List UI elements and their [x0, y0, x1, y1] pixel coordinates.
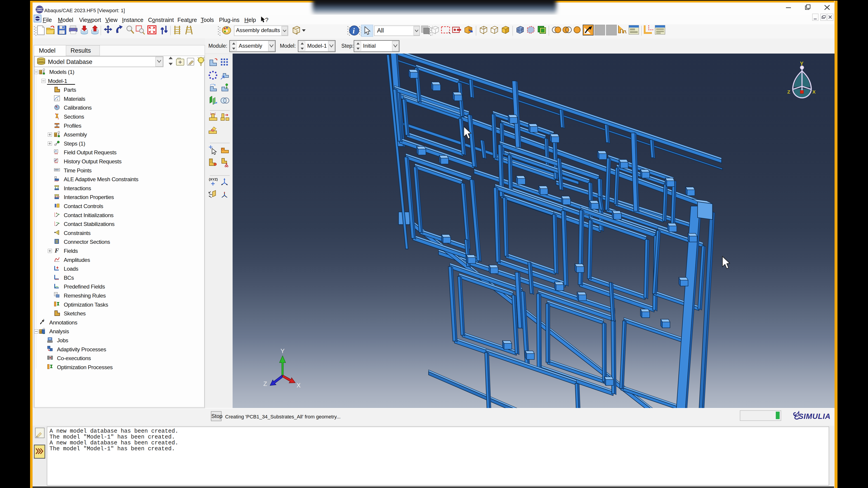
- svg-text:Y: Y: [800, 61, 803, 67]
- svg-text:X: X: [297, 382, 301, 389]
- svg-text:X: X: [812, 89, 815, 94]
- svg-text:Z: Z: [787, 89, 790, 94]
- svg-text:?: ?: [265, 17, 268, 23]
- svg-text:SIMULIA: SIMULIA: [798, 412, 831, 420]
- svg-text:Y: Y: [281, 348, 285, 355]
- svg-text:Z: Z: [264, 381, 267, 387]
